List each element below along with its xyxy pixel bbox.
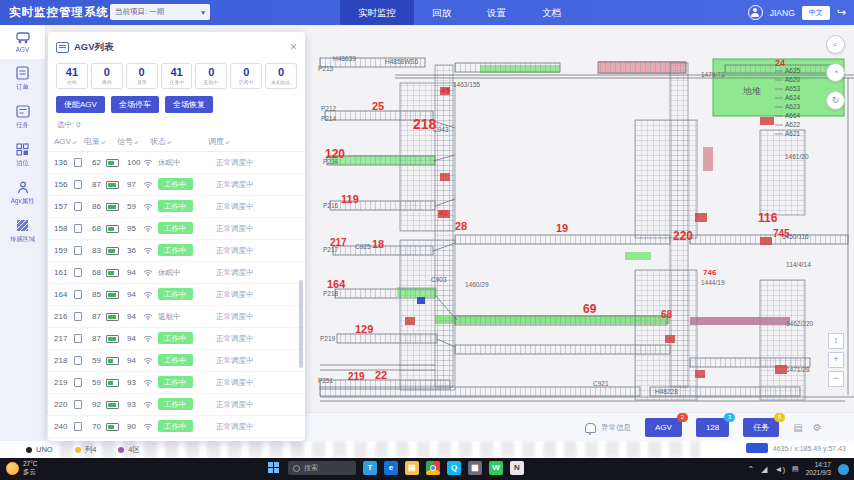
legend-item-UNO[interactable]: UNO: [26, 445, 53, 454]
column-header-电量[interactable]: 电量▴▾: [84, 136, 117, 147]
taskbar-clock[interactable]: 14:17 2021/9/3: [806, 461, 831, 477]
copy-icon[interactable]: [74, 356, 82, 365]
taskbar-app-store[interactable]: ▦: [468, 461, 482, 475]
sidebar-item-sensor[interactable]: 传感区域: [0, 212, 45, 250]
bottom-button-任务[interactable]: 任务8: [743, 418, 779, 437]
action-button-使能AGV[interactable]: 使能AGV: [56, 96, 105, 113]
column-header-调度[interactable]: 调度▴▾: [208, 136, 299, 147]
taskbar-app-wechat[interactable]: W: [489, 461, 503, 475]
legend-item-列4[interactable]: 列4: [75, 445, 97, 455]
table-row-agv-218[interactable]: 2185994工作中正常调度中: [48, 350, 305, 372]
copy-icon[interactable]: [74, 180, 82, 189]
tab-回放[interactable]: 回放: [414, 0, 469, 25]
copy-icon[interactable]: [74, 268, 82, 277]
svg-text:H48639: H48639: [333, 55, 356, 62]
table-row-agv-159[interactable]: 1598336工作中正常调度中: [48, 240, 305, 262]
taskbar-app-notepad[interactable]: N: [510, 461, 524, 475]
stat-空闲中[interactable]: 0空闲中: [230, 63, 262, 89]
notification-icon[interactable]: [838, 464, 849, 475]
dispatch-status: 正常调度中: [210, 158, 299, 168]
weather-widget[interactable]: 27°C 多云: [6, 460, 38, 476]
network-icon[interactable]: ◢: [761, 465, 767, 474]
table-row-agv-240[interactable]: 2407090工作中正常调度中: [48, 416, 305, 438]
legend-label: 列4: [85, 445, 97, 455]
taskbar-app-telegram[interactable]: T: [363, 461, 377, 475]
stat-异常[interactable]: 0异常: [126, 63, 158, 89]
table-row-agv-158[interactable]: 1586895工作中正常调度中: [48, 218, 305, 240]
map-refresh-icon[interactable]: ↻: [826, 91, 845, 110]
tab-实时监控[interactable]: 实时监控: [340, 0, 414, 25]
language-button[interactable]: 中文: [802, 6, 830, 20]
map-stats-icon[interactable]: ◔: [826, 63, 845, 82]
column-header-AGV[interactable]: AGV▴▾: [54, 137, 84, 146]
stat-未初始化[interactable]: 0未初始化: [265, 63, 297, 89]
stat-任务中[interactable]: 41任务中: [161, 63, 193, 89]
tab-文档[interactable]: 文档: [524, 0, 579, 25]
bottom-button-128[interactable]: 1283: [696, 418, 729, 437]
copy-icon[interactable]: [74, 312, 82, 321]
table-row-agv-156[interactable]: 1568797工作中正常调度中: [48, 174, 305, 196]
table-row-agv-217[interactable]: 2178794工作中正常调度中: [48, 328, 305, 350]
close-icon[interactable]: ×: [290, 42, 297, 52]
folder-tray-icon[interactable]: ▤: [792, 465, 799, 473]
stat-在线[interactable]: 41在线: [56, 63, 88, 89]
battery-value: 59: [92, 356, 106, 365]
sidebar-item-agv[interactable]: AGV: [0, 25, 45, 59]
table-scrollbar[interactable]: [299, 280, 303, 368]
map-pan-icon[interactable]: ↕: [828, 333, 844, 349]
taskbar-app-folder[interactable]: ▤: [405, 461, 419, 475]
copy-icon[interactable]: [74, 334, 82, 343]
agv-id: 219: [54, 378, 74, 387]
copy-icon[interactable]: [74, 224, 82, 233]
svg-text:1461/20: 1461/20: [785, 153, 809, 160]
project-selector[interactable]: 当前项目: 一期 ▾: [110, 4, 210, 20]
column-header-状态[interactable]: 状态▴▾: [150, 136, 208, 147]
copy-icon[interactable]: [74, 158, 82, 167]
sidebar-item-task[interactable]: 任务: [0, 98, 45, 136]
map-search-icon[interactable]: ⌕: [826, 35, 845, 54]
tray-expand-icon[interactable]: ⌃: [748, 465, 755, 474]
action-button-全场停车[interactable]: 全场停车: [111, 96, 159, 113]
logout-icon[interactable]: ↪: [837, 6, 846, 19]
sidebar-item-person[interactable]: Agv属性: [0, 174, 45, 212]
copy-icon[interactable]: [74, 422, 82, 431]
list-view-icon[interactable]: ▤: [793, 422, 802, 433]
user-avatar-icon[interactable]: [748, 5, 763, 20]
sidebar-item-slot[interactable]: 泊位: [0, 136, 45, 174]
legend-item-4区[interactable]: 4区: [118, 445, 140, 455]
copy-icon[interactable]: [74, 202, 82, 211]
table-row-agv-161[interactable]: 1616894休眠中正常调度中: [48, 262, 305, 284]
volume-icon[interactable]: ◄): [774, 465, 785, 474]
tab-设置[interactable]: 设置: [469, 0, 524, 25]
map-zoom-out-icon[interactable]: −: [828, 371, 844, 387]
start-button[interactable]: [268, 462, 281, 475]
legend-label: 4区: [128, 445, 140, 455]
alert-bell-icon[interactable]: [585, 423, 596, 433]
table-row-agv-216[interactable]: 2168794返航中正常调度中: [48, 306, 305, 328]
taskbar-app-edge[interactable]: e: [384, 461, 398, 475]
copy-icon[interactable]: [74, 290, 82, 299]
copy-icon[interactable]: [74, 378, 82, 387]
copy-icon[interactable]: [74, 400, 82, 409]
panel-actions: 使能AGV全场停车全场恢复: [48, 89, 305, 113]
bottom-button-AGV[interactable]: AGV2: [645, 418, 682, 437]
stat-充电中[interactable]: 0充电中: [195, 63, 227, 89]
table-row-agv-219[interactable]: 2195993工作中正常调度中: [48, 372, 305, 394]
table-row-agv-164[interactable]: 1648594工作中正常调度中: [48, 284, 305, 306]
table-row-agv-220[interactable]: 2209293工作中正常调度中: [48, 394, 305, 416]
warehouse-map[interactable]: P213H48639H4858WS61463/155P212P214C943P2…: [305, 25, 854, 412]
taskbar-search[interactable]: 搜索: [288, 461, 356, 475]
settings-gear-icon[interactable]: ⚙: [813, 422, 822, 433]
table-row-agv-157[interactable]: 1578659工作中正常调度中: [48, 196, 305, 218]
taskbar-app-qq[interactable]: Q: [447, 461, 461, 475]
stat-离线[interactable]: 0离线: [91, 63, 123, 89]
taskbar-app-chrome[interactable]: [426, 461, 440, 475]
column-header-信号[interactable]: 信号▴▾: [117, 136, 150, 147]
table-row-agv-136[interactable]: 13662100休眠中正常调度中: [48, 152, 305, 174]
action-button-全场恢复[interactable]: 全场恢复: [165, 96, 213, 113]
map-zoom-in-icon[interactable]: +: [828, 352, 844, 368]
status-badge: 工作中: [158, 200, 193, 212]
copy-icon[interactable]: [74, 246, 82, 255]
sidebar-item-order[interactable]: 订单: [0, 59, 45, 98]
sort-icon: ▴▾: [101, 139, 104, 145]
